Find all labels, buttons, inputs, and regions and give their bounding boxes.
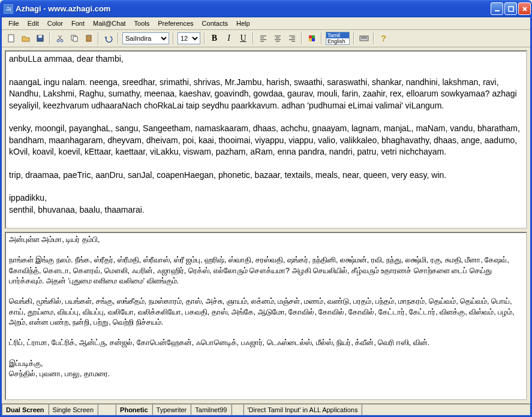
open-button[interactable]	[19, 32, 32, 45]
status-phonetic[interactable]: Phonetic	[116, 404, 152, 415]
language-select[interactable]: Tamil English	[326, 32, 350, 45]
menu-preferences[interactable]: Preferences	[154, 19, 197, 28]
color-button[interactable]	[305, 32, 318, 45]
menu-contacts[interactable]: Contacts	[198, 19, 232, 28]
svg-rect-6	[38, 35, 42, 38]
status-gap	[98, 404, 116, 415]
top-editor[interactable]: anbuLLa ammaa, dear thambi, naangaL ingu…	[5, 50, 527, 228]
italic-button[interactable]: I	[222, 32, 236, 45]
svg-rect-12	[73, 37, 77, 41]
svg-rect-14	[88, 35, 90, 36]
toolbar-sep	[353, 32, 354, 44]
maximize-button[interactable]	[504, 2, 517, 15]
toolbar-sep	[253, 32, 254, 44]
undo-button[interactable]	[101, 32, 115, 45]
underline-button[interactable]: U	[236, 32, 250, 45]
svg-rect-0	[495, 10, 500, 11]
keyboard-button[interactable]	[357, 32, 371, 45]
menu-file[interactable]: File	[4, 19, 23, 28]
lang-english[interactable]: English	[326, 38, 349, 44]
menu-font[interactable]: Font	[67, 19, 89, 28]
font-name-select[interactable]: SaiIndira	[122, 32, 169, 44]
titlebar: அ Azhagi - www.azhagi.com	[0, 0, 532, 17]
toolbar-sep	[173, 32, 174, 44]
status-typewriter[interactable]: Typewriter	[152, 404, 191, 415]
toolbar-sep	[321, 32, 322, 44]
svg-rect-28	[312, 35, 315, 38]
status-direct-input[interactable]: 'Direct Tamil Input' in ALL Applications	[244, 404, 362, 415]
statusbar: Dual Screen Single Screen Phonetic Typew…	[2, 403, 530, 415]
status-dual-screen[interactable]: Dual Screen	[2, 404, 49, 415]
svg-rect-30	[312, 38, 315, 41]
toolbar-sep	[118, 32, 119, 44]
bold-button[interactable]: B	[208, 32, 221, 45]
cut-button[interactable]	[53, 32, 67, 45]
menu-color[interactable]: Color	[43, 19, 67, 28]
toolbar-sep	[49, 32, 50, 44]
new-button[interactable]	[4, 32, 18, 45]
save-button[interactable]	[33, 32, 47, 45]
toolbar-sep	[204, 32, 205, 44]
svg-rect-4	[8, 35, 14, 42]
svg-rect-13	[86, 35, 91, 41]
svg-rect-29	[309, 38, 312, 41]
menu-tools[interactable]: Tools	[130, 19, 154, 28]
menubar: File Edit Color Font Mail@Chat Tools Pre…	[2, 17, 530, 30]
toolbar: SaiIndira 12 B I U Tamil English ?	[2, 30, 530, 47]
align-center-button[interactable]	[270, 32, 284, 45]
help-button[interactable]: ?	[377, 32, 390, 45]
minimize-button[interactable]	[491, 2, 503, 15]
status-spacer	[362, 404, 530, 415]
bottom-editor[interactable]: அன்புள்ள அம்மா, டியர் தம்பி, நாங்கள் இங்…	[5, 232, 527, 401]
align-right-button[interactable]	[285, 32, 299, 45]
font-size-select[interactable]: 12	[178, 32, 200, 44]
status-tamilnet[interactable]: Tamilnet99	[191, 404, 231, 415]
close-button[interactable]	[518, 2, 531, 15]
align-left-button[interactable]	[256, 32, 270, 45]
menu-edit[interactable]: Edit	[23, 19, 43, 28]
menu-mailchat[interactable]: Mail@Chat	[89, 19, 130, 28]
toolbar-sep	[98, 32, 99, 44]
app-icon: அ	[4, 4, 13, 14]
window-buttons	[491, 2, 531, 15]
svg-rect-1	[509, 7, 513, 11]
toolbar-sep	[301, 32, 302, 44]
toolbar-sep	[373, 32, 374, 44]
window-title: Azhagi - www.azhagi.com	[16, 4, 491, 13]
lang-tamil[interactable]: Tamil	[326, 32, 349, 38]
status-gap	[232, 404, 244, 415]
svg-rect-27	[309, 35, 312, 38]
paste-button[interactable]	[82, 32, 95, 45]
copy-button[interactable]	[67, 32, 81, 45]
menu-help[interactable]: Help	[232, 19, 254, 28]
status-single-screen[interactable]: Single Screen	[49, 404, 98, 415]
